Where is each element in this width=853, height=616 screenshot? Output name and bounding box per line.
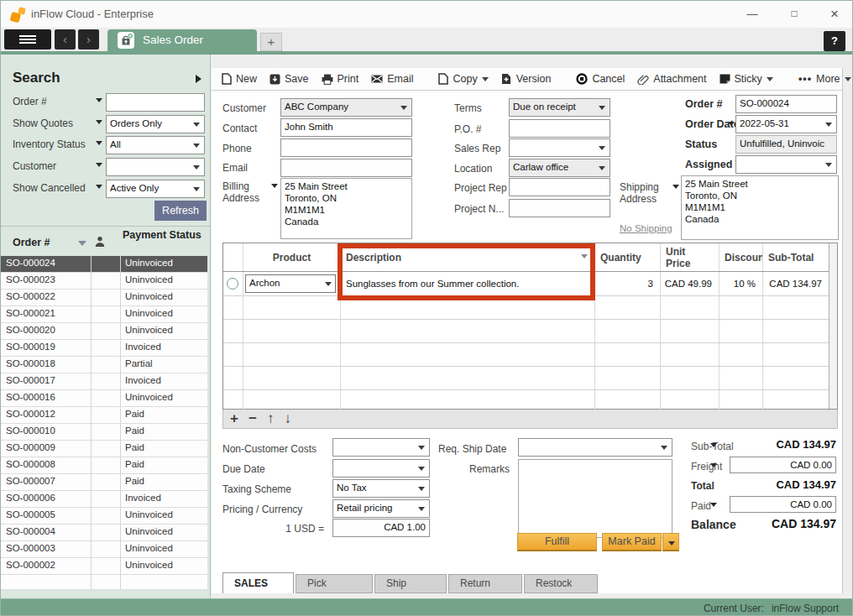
billing-address-caret-icon[interactable] bbox=[271, 184, 278, 191]
sales-rep-select[interactable] bbox=[509, 138, 610, 157]
order-row[interactable]: SO-000021Uninvoiced bbox=[1, 306, 207, 323]
email-button[interactable]: Email bbox=[371, 73, 413, 85]
empty-item-row[interactable] bbox=[223, 320, 837, 343]
tab-return[interactable]: Return bbox=[448, 574, 522, 593]
usd-rate-input[interactable]: CAD 1.00 bbox=[332, 519, 430, 537]
billing-address-box[interactable]: 25 Main Street Toronto, ON M1M1M1 Canada bbox=[280, 178, 412, 239]
order-row[interactable]: SO-000016Uninvoiced bbox=[1, 390, 207, 407]
tab-sales[interactable]: SALES bbox=[222, 572, 294, 593]
filter-cancelled-caret-icon[interactable] bbox=[96, 185, 102, 192]
unit-price-cell[interactable]: CAD 49.99 bbox=[661, 272, 720, 295]
customer-select[interactable]: ABC Company bbox=[280, 98, 412, 117]
freight-caret-icon[interactable] bbox=[710, 463, 717, 471]
filter-inventory-select[interactable]: All bbox=[106, 136, 205, 154]
empty-item-row[interactable] bbox=[223, 367, 837, 390]
order-row[interactable]: SO-000009Paid bbox=[1, 441, 207, 457]
order-row[interactable]: SO-000008Paid bbox=[1, 457, 207, 474]
new-tab-button[interactable]: + bbox=[260, 33, 282, 51]
order-row[interactable]: SO-000003Uninvoiced bbox=[1, 541, 207, 558]
help-button[interactable]: ? bbox=[824, 31, 845, 51]
filter-order-input[interactable] bbox=[106, 93, 205, 112]
assigned-to-select[interactable] bbox=[735, 155, 837, 174]
new-button[interactable]: New bbox=[222, 73, 257, 85]
req-ship-date-select[interactable] bbox=[518, 438, 672, 457]
back-button[interactable]: ‹ bbox=[55, 29, 76, 50]
subtotal-cell[interactable]: CAD 134.97 bbox=[763, 272, 829, 295]
contact-input[interactable]: John Smith bbox=[280, 118, 412, 137]
filter-inventory-caret-icon[interactable] bbox=[96, 141, 102, 149]
main-menu-button[interactable] bbox=[4, 29, 51, 50]
copy-caret-icon[interactable] bbox=[482, 77, 489, 85]
tab-restock[interactable]: Restock bbox=[524, 574, 598, 593]
filter-cancelled-select[interactable]: Active Only bbox=[106, 180, 205, 198]
order-date-caret-icon[interactable] bbox=[728, 122, 735, 129]
paid-input[interactable]: CAD 0.00 bbox=[730, 496, 836, 513]
project-rep-input[interactable] bbox=[509, 178, 610, 196]
move-row-down-button[interactable]: ↓ bbox=[284, 410, 291, 427]
email-input[interactable] bbox=[280, 159, 412, 177]
quantity-cell[interactable]: 3 bbox=[595, 272, 661, 295]
more-button[interactable]: ••• More bbox=[798, 73, 851, 85]
order-number-input[interactable]: SO-000024 bbox=[735, 95, 837, 113]
close-button[interactable]: × bbox=[820, 1, 849, 27]
order-row[interactable]: SO-000024Uninvoiced bbox=[1, 256, 207, 273]
non-customer-costs-select[interactable] bbox=[332, 438, 430, 457]
order-row[interactable]: SO-000002Uninvoiced bbox=[1, 558, 207, 575]
project-n-input[interactable] bbox=[509, 199, 610, 217]
product-select[interactable]: Archon bbox=[245, 274, 336, 293]
discount-cell[interactable]: 10 % bbox=[720, 272, 763, 295]
tab-sales-order[interactable]: Sales Order bbox=[107, 29, 257, 51]
forward-button[interactable]: › bbox=[78, 29, 99, 50]
subtotal-caret-icon[interactable] bbox=[710, 443, 717, 451]
order-row[interactable]: SO-000010Paid bbox=[1, 424, 207, 441]
sort-descending-icon[interactable] bbox=[78, 241, 86, 250]
filter-customer-select[interactable] bbox=[106, 158, 205, 176]
pricing-currency-select[interactable]: Retail pricing bbox=[332, 499, 430, 518]
person-column-icon[interactable] bbox=[95, 236, 105, 247]
empty-item-row[interactable] bbox=[223, 296, 837, 320]
minimize-button[interactable]: — bbox=[738, 1, 767, 27]
taxing-scheme-select[interactable]: No Tax bbox=[332, 479, 430, 498]
filter-order-caret-icon[interactable] bbox=[96, 98, 102, 106]
move-row-up-button[interactable]: ↑ bbox=[267, 410, 275, 427]
payment-column-header[interactable]: Payment Status bbox=[123, 229, 202, 242]
description-header-caret-icon[interactable] bbox=[581, 254, 588, 262]
order-row[interactable]: SO-000018Partial bbox=[1, 357, 207, 373]
more-caret-icon[interactable] bbox=[845, 77, 851, 85]
order-row[interactable]: SO-000005Uninvoiced bbox=[1, 508, 207, 525]
product-cell[interactable]: Archon bbox=[243, 272, 341, 295]
row-selector-cell[interactable] bbox=[223, 272, 243, 295]
sticky-button[interactable]: Sticky bbox=[720, 73, 773, 85]
freight-input[interactable]: CAD 0.00 bbox=[730, 457, 836, 473]
description-cell[interactable]: Sunglasses from our Summer collection. bbox=[341, 272, 595, 295]
mark-paid-dropdown[interactable] bbox=[662, 533, 679, 551]
phone-input[interactable] bbox=[280, 138, 412, 157]
maximize-button[interactable]: □ bbox=[780, 1, 809, 27]
refresh-button[interactable]: Refresh bbox=[154, 201, 207, 221]
row-selector-header[interactable] bbox=[223, 243, 243, 271]
subtotal-column-header[interactable]: Sub-Total bbox=[763, 243, 829, 271]
save-button[interactable]: Save bbox=[270, 73, 309, 85]
due-date-select[interactable] bbox=[332, 459, 430, 478]
remarks-textarea[interactable] bbox=[518, 459, 672, 538]
discount-column-header[interactable]: Discount bbox=[720, 243, 763, 271]
order-row[interactable]: SO-000017Invoiced bbox=[1, 373, 207, 390]
add-row-button[interactable]: + bbox=[230, 410, 238, 427]
row-radio-icon[interactable] bbox=[227, 278, 238, 290]
po-number-input[interactable] bbox=[509, 119, 610, 138]
fulfill-button[interactable]: Fulfill bbox=[517, 533, 597, 551]
copy-button[interactable]: Copy bbox=[438, 73, 488, 85]
unit-price-column-header[interactable]: Unit Price bbox=[661, 243, 720, 271]
order-row[interactable]: SO-000006Invoiced bbox=[1, 491, 207, 508]
no-shipping-link[interactable]: No Shipping bbox=[620, 223, 672, 233]
version-button[interactable]: Version bbox=[501, 73, 552, 85]
filter-quotes-caret-icon[interactable] bbox=[96, 120, 102, 128]
tab-ship[interactable]: Ship bbox=[374, 574, 447, 593]
shipping-address-box[interactable]: 25 Main Street Toronto, ON M1M1M1 Canada bbox=[681, 175, 839, 240]
empty-item-row[interactable] bbox=[223, 343, 837, 367]
order-row[interactable]: SO-000019Invoiced bbox=[1, 340, 207, 357]
paid-caret-icon[interactable] bbox=[710, 503, 717, 510]
order-row[interactable]: SO-000012Paid bbox=[1, 407, 207, 424]
order-row[interactable]: SO-000022Uninvoiced bbox=[1, 290, 207, 306]
quantity-column-header[interactable]: Quantity bbox=[595, 243, 661, 271]
